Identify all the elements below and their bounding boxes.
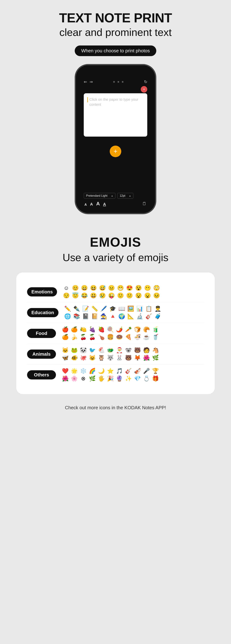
emoji-icon[interactable]: 🐨	[124, 347, 132, 354]
emoji-icon[interactable]: 🍋	[80, 326, 87, 333]
emoji-icon[interactable]: 🐙	[80, 354, 87, 361]
emoji-icon[interactable]: 🥕	[124, 326, 132, 333]
emoji-icon[interactable]: 😺	[88, 354, 96, 361]
emoji-icon[interactable]: ✒️	[73, 306, 80, 312]
emoji-icon[interactable]: 🍌	[70, 334, 78, 340]
emoji-icon[interactable]: 😌	[62, 292, 70, 299]
emoji-icon[interactable]: 🍭	[106, 326, 114, 333]
emoji-icon[interactable]: 📊	[136, 306, 144, 312]
font-size-medium[interactable]: A	[90, 202, 93, 206]
emoji-icon[interactable]: 🍇	[88, 326, 96, 333]
emoji-icon[interactable]: 😢	[98, 292, 106, 299]
emoji-icon[interactable]: 🌺	[142, 354, 150, 361]
emoji-icon[interactable]: 🎅	[116, 347, 123, 354]
emoji-icon[interactable]: 🌐	[64, 313, 72, 320]
paper-area[interactable]: Click on the paper to type your content	[84, 93, 147, 136]
emoji-icon[interactable]: 🐺	[106, 354, 114, 361]
emoji-icon[interactable]: 🐱	[61, 347, 69, 354]
emoji-icon[interactable]: 🌿	[152, 354, 159, 361]
font-size-large[interactable]: A	[96, 201, 100, 206]
emoji-icon[interactable]: 🧙	[100, 313, 108, 320]
emoji-icon[interactable]: 🍒	[80, 334, 87, 340]
emoji-icon[interactable]: 🍓	[98, 326, 105, 333]
refresh-icon[interactable]: ↻	[144, 80, 147, 84]
emoji-icon[interactable]: 😆	[90, 285, 97, 291]
emoji-icon[interactable]: 😳	[153, 285, 160, 291]
emoji-icon[interactable]: 📔	[91, 313, 98, 320]
emoji-icon[interactable]: 🙂	[116, 292, 124, 299]
emoji-icon[interactable]: 🧑	[142, 347, 150, 354]
emoji-icon[interactable]: 🎁	[152, 375, 159, 382]
emoji-icon[interactable]: 🍊	[70, 326, 78, 333]
emoji-icon[interactable]: 🐴	[152, 347, 159, 354]
emoji-icon[interactable]: 😐	[108, 285, 115, 291]
emoji-icon[interactable]: 😕	[126, 292, 133, 299]
emoji-icon[interactable]: ✏️	[64, 306, 72, 312]
emoji-icon[interactable]: 🍗	[98, 334, 105, 340]
emoji-icon[interactable]: 🦉	[98, 354, 105, 361]
emoji-icon[interactable]: 😍	[126, 285, 133, 291]
emoji-icon[interactable]: 📓	[82, 313, 90, 320]
emoji-icon[interactable]: 😇	[72, 292, 79, 299]
font-size-underline[interactable]: A	[103, 202, 106, 206]
emoji-icon[interactable]: 🐻	[134, 347, 141, 354]
emoji-icon[interactable]: 😃	[90, 292, 97, 299]
close-button[interactable]: ×	[141, 86, 147, 92]
emoji-icon[interactable]: 🥐	[142, 326, 150, 333]
emoji-icon[interactable]: 🍩	[116, 334, 123, 340]
font-name-dropdown[interactable]: Pretendard Light ▲	[84, 193, 116, 199]
emoji-icon[interactable]: 🐦	[88, 347, 96, 354]
emoji-icon[interactable]: 🐔	[98, 347, 105, 354]
emoji-icon[interactable]: 🖊️	[100, 306, 108, 312]
emoji-icon[interactable]: ⭐	[106, 368, 114, 374]
emoji-icon[interactable]: 🌶️	[116, 326, 123, 333]
align-icon[interactable]: ≡ ≡ ≡	[113, 80, 124, 84]
emoji-icon[interactable]: 🌟	[70, 368, 78, 374]
emoji-icon[interactable]: 🎻	[134, 368, 141, 374]
emoji-icon[interactable]: 🔬	[136, 313, 144, 320]
emoji-icon[interactable]: 🍜	[134, 334, 141, 340]
emoji-icon[interactable]: ☕	[142, 334, 150, 340]
emoji-icon[interactable]: 🍔	[106, 334, 114, 340]
emoji-icon[interactable]: 📝	[82, 306, 90, 312]
emoji-icon[interactable]: 🍞	[134, 326, 141, 333]
emoji-icon[interactable]: 😣	[153, 292, 160, 299]
emoji-icon[interactable]: 🍎	[61, 326, 69, 333]
emoji-icon[interactable]: 😂	[80, 292, 88, 299]
emoji-icon[interactable]: ✨	[124, 375, 132, 382]
emoji-icon[interactable]: 🌸	[70, 375, 78, 382]
font-size-small[interactable]: A	[84, 203, 87, 206]
emoji-icon[interactable]: 😁	[116, 285, 124, 291]
emoji-icon[interactable]: ❄️	[80, 368, 87, 374]
emoji-icon[interactable]: 🐼	[80, 347, 87, 354]
emoji-icon[interactable]: ⊗	[80, 375, 87, 382]
add-button[interactable]: +	[110, 146, 121, 157]
emoji-icon[interactable]: 🌈	[88, 368, 96, 374]
emoji-icon[interactable]: 📏	[91, 306, 98, 312]
emoji-icon[interactable]: 📖	[118, 306, 126, 312]
emoji-icon[interactable]: 🍕	[124, 334, 132, 340]
emoji-icon[interactable]: 📋	[145, 306, 153, 312]
emoji-icon[interactable]: 😶	[144, 285, 151, 291]
emoji-icon[interactable]: 🔺	[109, 313, 116, 320]
emoji-icon[interactable]: 🎉	[106, 375, 114, 382]
emoji-icon[interactable]: 😧	[135, 292, 142, 299]
emoji-icon[interactable]: 🖼️	[127, 306, 135, 312]
emoji-icon[interactable]: 🐸	[70, 347, 78, 354]
emoji-icon[interactable]: 😜	[108, 292, 115, 299]
emoji-icon[interactable]: 😵	[135, 285, 142, 291]
emoji-icon[interactable]: 🐠	[70, 354, 78, 361]
emoji-icon[interactable]: 📐	[127, 313, 135, 320]
font-size-dropdown[interactable]: 12pt ▲	[117, 193, 133, 199]
emoji-icon[interactable]: 🎓	[109, 306, 116, 312]
undo-redo-icon[interactable]: ⇐ ⇒	[84, 80, 94, 84]
emoji-icon[interactable]: 💍	[142, 375, 150, 382]
emoji-icon[interactable]: 🥤	[152, 334, 159, 340]
emoji-icon[interactable]: 🔮	[116, 375, 123, 382]
emoji-icon[interactable]: 🎤	[142, 368, 150, 374]
emoji-icon[interactable]: 🐻	[124, 354, 132, 361]
emoji-icon[interactable]: 👨‍✈️	[154, 306, 162, 312]
emoji-icon[interactable]: 🐰	[116, 354, 123, 361]
emoji-icon[interactable]: 🌍	[118, 313, 126, 320]
emoji-icon[interactable]: 🧃	[152, 326, 159, 333]
